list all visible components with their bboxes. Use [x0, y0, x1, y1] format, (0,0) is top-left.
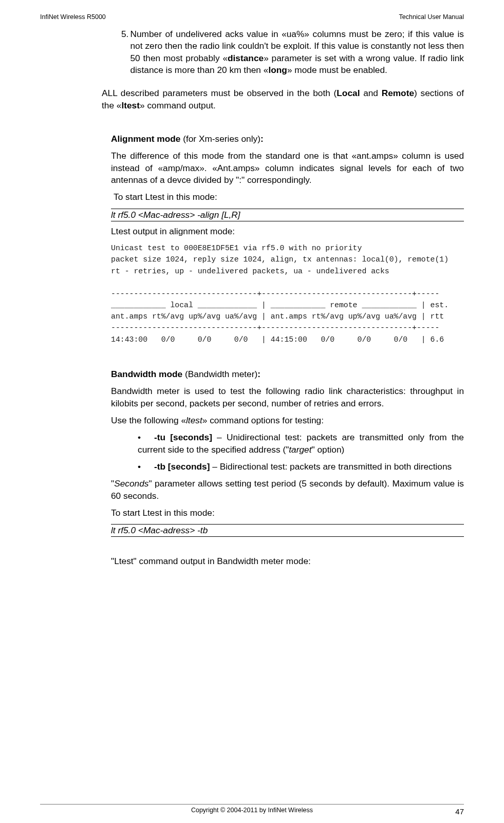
bold-ltest: ltest	[121, 100, 140, 110]
text: – Bidirectional test: packets are transm…	[210, 461, 452, 472]
bw-start: To start Ltest in this mode:	[111, 507, 464, 519]
text: ALL described parameters must be observe…	[102, 88, 337, 98]
seconds-para: "Seconds" parameter allows setting test …	[111, 478, 464, 502]
text: (for Xm-series only)	[180, 134, 260, 144]
bold-remote: Remote	[382, 88, 414, 98]
bold-colon: :	[260, 134, 264, 144]
italic-seconds: Seconds	[114, 478, 148, 489]
bullet-icon: •	[138, 432, 154, 443]
bandwidth-heading: Bandwidth mode (Bandwidth meter):	[111, 368, 464, 380]
text: » command options for testing:	[202, 415, 324, 425]
text: " option)	[312, 444, 345, 455]
text: " parameter allows setting test period (…	[111, 478, 464, 500]
bold-long: long	[268, 65, 287, 75]
text: (Bandwidth meter)	[182, 369, 257, 379]
bold-title: Alignment mode	[111, 134, 180, 144]
text: » mode must be enabled.	[287, 65, 387, 75]
main-content: 5. Number of undelivered acks value in «…	[111, 28, 464, 568]
bold-colon: :	[257, 369, 260, 379]
footer-line	[40, 804, 464, 805]
all-described-para: ALL described parameters must be observe…	[102, 87, 464, 111]
bw-output-label: "Ltest" command output in Bandwidth mete…	[111, 555, 464, 567]
bw-use-line: Use the following «ltest» command option…	[111, 415, 464, 426]
alignment-heading: Alignment mode (for Xm-series only):	[111, 133, 464, 145]
header-left: InfiNet Wireless R5000	[40, 13, 106, 21]
bandwidth-command: lt rf5.0 <Mac-adress> -tb	[111, 524, 464, 537]
footer: Copyright © 2004-2011 by InfiNet Wireles…	[0, 804, 504, 814]
bold-title: Bandwidth mode	[111, 369, 182, 379]
page-number: 47	[455, 807, 464, 816]
list-item-5: 5. Number of undelivered acks value in «…	[111, 28, 464, 76]
bandwidth-desc: Bandwidth meter is used to test the foll…	[111, 385, 464, 409]
list-body: Number of undelivered acks value in «ua%…	[130, 28, 464, 76]
list-number: 5.	[111, 28, 130, 76]
italic-ltest: ltest	[186, 415, 202, 425]
text: and	[360, 88, 381, 98]
alignment-output-label: Ltest output in alignment mode:	[111, 226, 464, 237]
bullet-icon: •	[138, 461, 154, 473]
bold-tu: -tu [seconds]	[154, 432, 212, 442]
copyright: Copyright © 2004-2011 by InfiNet Wireles…	[191, 807, 313, 814]
terminal-output: Unicast test to 000E8E1DF5E1 via rf5.0 w…	[111, 242, 464, 345]
bullet-tu: •-tu [seconds] – Unidirectional test: pa…	[111, 432, 464, 456]
alignment-desc: The difference of this mode from the sta…	[111, 150, 464, 186]
bold-local: Local	[337, 88, 360, 98]
bold-tb: -tb [seconds]	[154, 461, 210, 472]
alignment-start: To start Ltest in this mode:	[111, 191, 464, 203]
header-right: Technical User Manual	[399, 13, 464, 21]
text: » command output.	[140, 100, 216, 110]
text: Use the following «	[111, 415, 186, 425]
alignment-command: lt rf5.0 <Mac-adress> -align [L,R]	[111, 209, 464, 221]
bullet-tb: •-tb [seconds] – Bidirectional test: pac…	[111, 461, 464, 473]
bold-distance: distance	[228, 53, 264, 63]
italic-target: target	[289, 444, 311, 455]
